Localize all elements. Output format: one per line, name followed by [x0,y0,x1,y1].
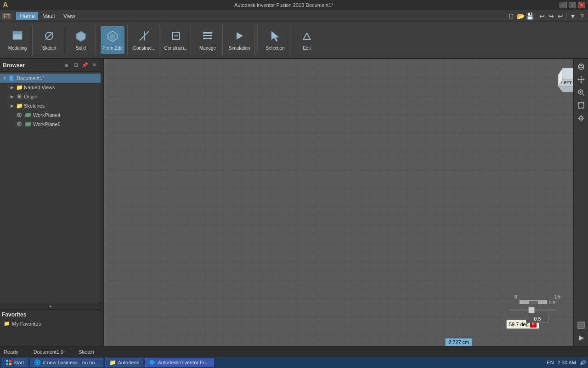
qa-expand[interactable]: ▼ [569,12,577,20]
viewport[interactable]: 2.727 cm 59.7 deg ✕ Specify next point L… [104,59,588,346]
tree-named-views[interactable]: ▶ 📁 Named Views [7,83,101,92]
qa-undo[interactable]: ↩ [538,12,546,20]
status-mode: Sketch [79,349,94,355]
favorites-title: Favorites [2,311,99,318]
ribbon-btn-constrain[interactable]: Constrain... [164,26,188,54]
tree-workplane4[interactable]: WorkPlane4 [7,110,101,120]
ribbon-btn-formedit[interactable]: Form Edit [101,26,124,54]
taskbar-ie-btn[interactable]: 🌐 # new business - no bo... [30,358,103,367]
qa-new[interactable]: 🗋 [507,12,515,20]
ribbon-btn-solid[interactable]: Solid [69,26,93,54]
tree-workplane5-label: WorkPlane5 [33,121,61,127]
menu-view[interactable]: View [60,12,79,20]
construction-icon [138,29,151,44]
play-animation-btn[interactable] [575,332,587,344]
qa-help[interactable]: ? [578,12,586,20]
ribbon-btn-selection[interactable]: Selection [263,26,287,54]
scale-slider-thumb[interactable] [528,307,535,313]
taskbar-start-btn[interactable]: Start [2,358,28,367]
tree-origin[interactable]: ▶ Origin [7,92,101,101]
ribbon-btn-manage[interactable]: Manage [196,26,220,54]
tree-expand-root[interactable]: ▼ [2,75,7,81]
statusbar: Ready Document1:0 Sketch [0,346,588,357]
pan-btn[interactable] [575,74,587,86]
app-title: Autodesk Inventor Fusion 2013 Document1* [8,2,560,8]
new-business-label: # new business - no bo... [43,360,99,365]
tree-vis-icon-wp4[interactable] [16,111,23,119]
tree-workplane5[interactable]: WorkPlane5 [7,120,101,129]
minimize-btn[interactable]: − [560,2,567,8]
browser-header: Browser ≡ ⊟ 📌 ✕ [0,59,101,72]
formedit-icon [106,29,119,44]
scale-slider-track [510,310,556,310]
ie-icon: 🌐 [34,359,41,366]
svg-rect-12 [203,35,212,36]
taskbar-speaker-icon[interactable]: 🔊 [580,360,586,366]
look-at-btn[interactable] [575,112,587,124]
ribbon-btn-edit[interactable]: Edit [295,26,319,54]
constrain-icon [170,29,182,44]
tree-expand-wp4 [9,112,15,118]
window-controls[interactable]: − ▯ ✕ [560,2,585,8]
svg-point-79 [578,64,584,69]
taskbar-folder-btn[interactable]: 📁 Autodesk [105,358,143,367]
taskbar-inventor-btn[interactable]: 🔷 Autodesk Inventor Fu... [145,358,214,367]
svg-marker-80 [580,76,582,77]
right-toolbar [573,59,588,346]
tree-expand-origin[interactable]: ▶ [9,94,15,99]
simulation-label: Simulation [229,46,250,51]
mesh-canvas [104,59,242,128]
ribbon-btn-modeling[interactable]: Modeling [6,26,29,54]
orbit-btn[interactable] [575,61,587,73]
scale-numbers: 0 1.5 [514,294,560,299]
scale-input[interactable]: 0.5 [526,315,549,323]
qa-save[interactable]: 💾 [526,12,534,20]
ribbon-group-manage: Manage [193,24,223,56]
selection-label: Selection [266,46,284,51]
svg-rect-1 [13,31,22,34]
ribbon-btn-simulation[interactable]: Simulation [227,26,251,54]
restore-btn[interactable]: ▯ [569,2,576,8]
zoom-fit-btn[interactable] [575,99,587,111]
tree-sketches[interactable]: ▶ 📁 Sketches [7,101,101,110]
browser-pin[interactable]: 📌 [81,62,89,69]
close-btn[interactable]: ✕ [578,2,585,8]
ribbon-group-constrain: Constrain... [161,24,191,56]
menu-home[interactable]: Home [16,12,38,20]
ribbon-btn-sketch[interactable]: Sketch [37,26,61,54]
ribbon-group-selection: Selection [260,24,290,56]
svg-rect-13 [203,38,212,39]
fav-my-favorites-label: My Favorites [12,321,41,327]
qa-redo[interactable]: ↪ [547,12,555,20]
tree-gear-icon-origin [16,93,23,100]
tree-expand-sketches[interactable]: ▶ [9,103,15,109]
qa-open[interactable]: 📂 [516,12,525,20]
qa-undo2[interactable]: ↩ [556,12,565,20]
display-mode-btn[interactable] [575,319,587,331]
svg-rect-25 [25,113,31,117]
ribbon-group-modeling: Modeling [3,24,33,56]
ribbon-btn-construction[interactable]: Construc... [132,26,156,54]
inventor-icon: 🔷 [149,359,156,366]
browser-grid-view[interactable]: ⊟ [72,62,79,69]
tree-expand-named-views[interactable]: ▶ [9,85,15,90]
sketch-label: Sketch [42,46,57,51]
titlebar: A Autodesk Inventor Fusion 2013 Document… [0,0,588,10]
svg-point-21 [18,95,21,98]
tree-root[interactable]: ▼ Document1* [0,74,101,83]
status-ready: Ready [4,349,18,355]
status-divider-2 [71,348,71,356]
scale-slider-container [510,306,565,314]
browser-list-view[interactable]: ≡ [63,62,70,69]
zoom-in-btn[interactable] [575,86,587,98]
windows-icon [6,360,11,365]
panel-collapse-btn[interactable]: ▲ [0,303,101,309]
browser-close[interactable]: ✕ [90,62,98,69]
svg-text:LEFT: LEFT [561,80,572,85]
ribbon-group-solid: Solid [66,24,96,56]
menu-vault[interactable]: Vault [39,12,58,20]
fav-item-my-favorites[interactable]: 📁 My Favorites [2,320,99,328]
svg-rect-99 [578,322,584,328]
tree-vis-icon-wp5[interactable] [16,121,23,128]
tree-plane-icon-wp5 [25,121,32,128]
